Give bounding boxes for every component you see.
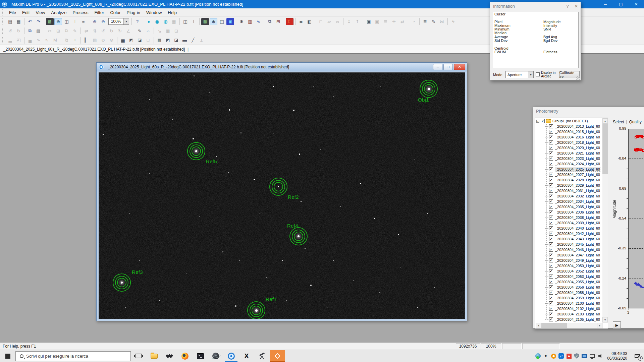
checkbox-checked-icon[interactable]: ✔ <box>549 258 553 262</box>
checkbox-checked-icon[interactable]: ✔ <box>549 307 553 311</box>
camera-control-icon[interactable]: ◙ <box>297 18 305 25</box>
crosshair2-icon[interactable]: ⊕ <box>210 18 217 25</box>
checkbox-checked-icon[interactable]: ✔ <box>549 317 553 321</box>
aperture-ring[interactable] <box>247 301 265 319</box>
tree-item[interactable]: ✔_20200304_2056_Light_60 <box>536 285 603 290</box>
checkbox-checked-icon[interactable]: ✔ <box>549 130 553 134</box>
magnifier-plus-icon[interactable]: ◉ <box>153 18 161 25</box>
image-window-title-bar[interactable]: _20200304_2025_Light_60s_R_-20degC.00017… <box>97 63 467 71</box>
tray-defender[interactable]: ✔ <box>573 352 581 360</box>
tree-item[interactable]: ✔_20200304_2039_Light_60 <box>536 220 603 226</box>
checkbox-checked-icon[interactable]: ✔ <box>549 216 553 220</box>
photometry-title-bar[interactable]: Photometry <box>533 107 644 115</box>
page-setup-icon[interactable]: ✎ <box>430 18 437 25</box>
tray-network[interactable] <box>588 352 596 360</box>
checkbox-checked-icon[interactable]: ✔ <box>549 135 553 139</box>
taskbar-maxim-dl[interactable] <box>223 350 239 362</box>
tree-item[interactable]: ✔_20200304_2059_Light_60 <box>536 295 603 301</box>
tree-item[interactable]: ✔_20200304_2021_Light_60 <box>536 150 603 156</box>
checkbox-checked-icon[interactable]: ✔ <box>549 280 553 284</box>
play-button[interactable]: ▶ <box>613 321 621 329</box>
context-help-icon[interactable]: ? <box>133 18 141 25</box>
checkbox-checked-icon[interactable]: ✔ <box>549 226 553 230</box>
taskbar-telescope-app[interactable] <box>254 350 270 362</box>
checkbox-checked-icon[interactable]: ✔ <box>549 173 553 177</box>
tree-item[interactable]: ✔_20200304_2038_Light_60 <box>536 215 603 220</box>
chevron-down-icon[interactable]: ▾ <box>528 71 533 78</box>
menu-grip[interactable] <box>2 9 5 15</box>
image-close-button[interactable]: ✕ <box>454 64 465 70</box>
tray-capture[interactable]: ◆ <box>565 352 573 360</box>
zoom-level-combobox[interactable]: 100%▾ <box>108 18 129 25</box>
checkbox-checked-icon[interactable]: ✔ <box>549 140 553 144</box>
taskbar-clock[interactable]: 09:49:03 06/03/2020 <box>604 351 631 361</box>
checkbox-checked-icon[interactable]: ✔ <box>549 183 553 187</box>
checkbox-checked-icon[interactable]: ✔ <box>549 205 553 209</box>
screen-layout-icon[interactable]: ◧ <box>306 18 313 25</box>
menu-edit[interactable]: Edit <box>19 9 33 16</box>
scrollbar-thumb[interactable] <box>541 323 567 328</box>
pin-window-icon[interactable]: ⊥ <box>71 18 79 25</box>
menu-help[interactable]: Help <box>165 9 180 16</box>
gradient2-icon[interactable]: ◩ <box>164 37 172 44</box>
aperture-ring[interactable] <box>187 142 205 160</box>
information-title-bar[interactable]: Information ? ✕ <box>490 2 581 10</box>
tree-item[interactable]: ✔_20200304_2031_Light_60 <box>536 188 603 193</box>
photometry-tab-quality[interactable]: Quality <box>629 120 641 124</box>
display-in-arcsec-checkbox[interactable] <box>536 72 540 76</box>
taskbar-file-explorer[interactable] <box>146 350 162 362</box>
tree-item[interactable]: ✔_20200304_2050_Light_60 <box>536 263 603 268</box>
checkbox-checked-icon[interactable]: ✔ <box>541 119 545 123</box>
menu-plug-in[interactable]: Plug-in <box>124 9 143 16</box>
tree-vertical-scrollbar[interactable]: ▲ ▼ <box>602 118 608 323</box>
menu-process[interactable]: Process <box>70 9 92 16</box>
checkbox-checked-icon[interactable]: ✔ <box>549 312 553 316</box>
scroll-down-button[interactable]: ▼ <box>602 317 608 322</box>
taskbar-dark-app[interactable] <box>162 350 177 362</box>
taskbar-capture-app[interactable] <box>270 350 285 362</box>
temperature-icon[interactable]: ▎ <box>83 37 90 44</box>
image-minimize-button[interactable]: ─ <box>433 64 442 70</box>
aperture-ring[interactable] <box>420 80 438 98</box>
tree-item[interactable]: ✔_20200304_2042_Light_60 <box>536 231 603 236</box>
tree-item[interactable]: ✔_20200304_2025_Light_60 <box>536 167 603 172</box>
taskbar-search-input[interactable]: Scrivi qui per eseguire la ricerca <box>15 351 131 361</box>
checkbox-checked-icon[interactable]: ✔ <box>549 253 553 257</box>
tree-item[interactable]: ✔_20200304_2102_Light_60 <box>536 306 603 311</box>
tree-group[interactable]: -✔Group1 (no OBJECT) <box>536 118 603 124</box>
checkbox-checked-icon[interactable]: ✔ <box>549 237 553 241</box>
checkbox-checked-icon[interactable]: ✔ <box>549 210 553 214</box>
checkbox-checked-icon[interactable]: ✔ <box>549 221 553 225</box>
tree-item[interactable]: ✔_20200304_2052_Light_60 <box>536 268 603 274</box>
image-restore-button[interactable]: ❐ <box>443 64 453 70</box>
pixel-grid-icon[interactable]: ⊞ <box>274 18 282 25</box>
pin2-icon[interactable]: ⊥ <box>190 18 198 25</box>
tree-item[interactable]: ✔_20200304_2034_Light_60 <box>536 199 603 204</box>
menu-color[interactable]: Color <box>107 9 123 16</box>
stack2-icon[interactable]: ◪ <box>136 37 144 44</box>
magnifier-doc-icon[interactable]: ◳ <box>218 18 226 25</box>
mode-combobox[interactable]: Aperture ▾ <box>505 71 534 78</box>
tree-item[interactable]: ✔_20200304_2046_Light_60 <box>536 247 603 252</box>
gradient1-icon[interactable]: ▩ <box>156 37 163 44</box>
scrollbar-thumb[interactable] <box>602 124 608 174</box>
tree-item[interactable]: ✔_20200304_2029_Light_60 <box>536 183 603 188</box>
tree-item[interactable]: ✔_20200304_2036_Light_60 <box>536 209 603 215</box>
menu-window[interactable]: Window <box>143 9 165 16</box>
toolbar-grip[interactable] <box>2 18 5 24</box>
tree-item[interactable]: ✔_20200304_2032_Light_60 <box>536 193 603 199</box>
chevron-down-icon[interactable]: ▾ <box>123 18 129 24</box>
taskbar-planetarium[interactable] <box>208 350 223 362</box>
menu-analyze[interactable]: Analyze <box>48 9 69 16</box>
checkbox-checked-icon[interactable]: ✔ <box>549 285 553 289</box>
taskbar-x-app[interactable]: X <box>239 350 254 362</box>
information-help-button[interactable]: ? <box>563 3 572 10</box>
checkbox-checked-icon[interactable]: ✔ <box>549 301 553 305</box>
checkbox-checked-icon[interactable]: ✔ <box>549 157 553 161</box>
photometry-window[interactable]: Photometry -✔Group1 (no OBJECT)✔_2020030… <box>533 107 644 328</box>
magnifier-minus-icon[interactable]: ◎ <box>162 18 169 25</box>
information-window[interactable]: Information ? ✕ CursorPixelMagnitudeMaxi… <box>490 2 581 80</box>
checkbox-checked-icon[interactable]: ✔ <box>549 291 553 295</box>
tree-item[interactable]: ✔_20200304_2027_Light_60 <box>536 172 603 177</box>
add-marker-icon[interactable]: + <box>71 37 79 44</box>
